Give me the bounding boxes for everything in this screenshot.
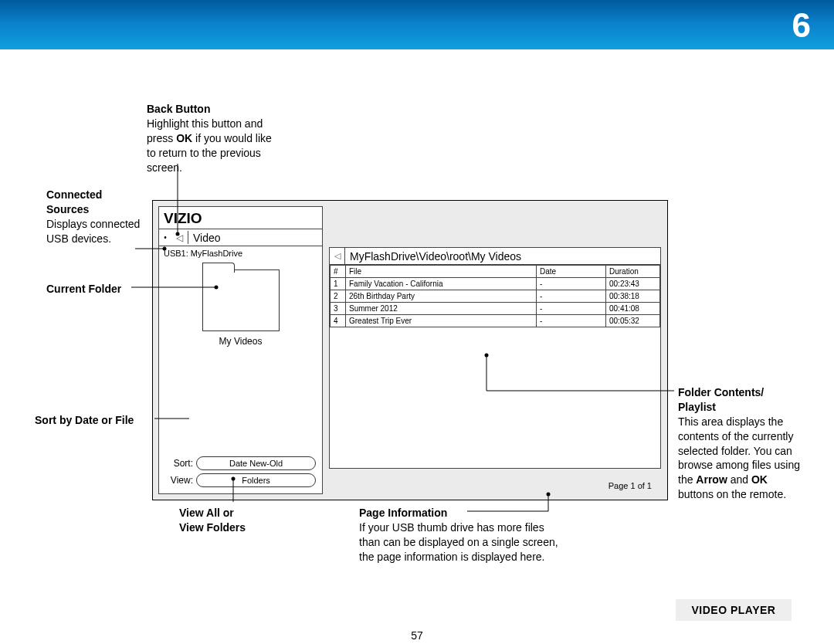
video-section-row[interactable]: ◁ Video	[159, 229, 322, 246]
sort-label: Sort:	[165, 458, 196, 469]
media-player-screenshot: VIZIO ◁ Video USB1: MyFlashDrive My Vide…	[152, 200, 668, 500]
col-file-header: File	[346, 266, 537, 278]
chapter-number: 6	[792, 6, 811, 45]
view-label: View:	[165, 475, 196, 486]
right-pane: ◁ MyFlashDrive\Video\root\My Videos # Fi…	[329, 247, 661, 469]
view-row: View: Folders	[165, 473, 316, 487]
callout-connected-sources: Connected Sources Displays connected USB…	[46, 188, 151, 246]
bullet-icon	[159, 231, 171, 244]
table-row[interactable]: 4 Greatest Trip Ever - 00:05:32	[331, 315, 660, 327]
sort-view-block: Sort: Date New-Old View: Folders	[165, 453, 316, 487]
usb-source-row[interactable]: USB1: MyFlashDrive	[159, 246, 322, 260]
page-number: 57	[0, 629, 834, 642]
view-value-pill[interactable]: Folders	[196, 473, 316, 487]
callout-page-information: Page Information If your USB thumb drive…	[359, 506, 560, 564]
page-info-label: Page 1 of 1	[609, 481, 652, 490]
left-pane: VIZIO ◁ Video USB1: MyFlashDrive My Vide…	[158, 206, 323, 494]
current-folder-label: My Videos	[159, 336, 322, 347]
sort-row: Sort: Date New-Old	[165, 456, 316, 470]
table-row[interactable]: 3 Summer 2012 - 00:41:08	[331, 303, 660, 315]
video-label: Video	[188, 232, 322, 244]
callout-sort-by: Sort by Date or File	[35, 413, 134, 428]
callout-back-button: Back Button Highlight this button and pr…	[147, 102, 278, 175]
current-folder-block: My Videos	[159, 269, 322, 347]
sort-value-pill[interactable]: Date New-Old	[196, 456, 316, 470]
breadcrumb-back-icon[interactable]: ◁	[330, 248, 345, 264]
table-row[interactable]: 1 Family Vacation - California - 00:23:4…	[331, 278, 660, 290]
folder-icon[interactable]	[202, 269, 280, 331]
breadcrumb-row: ◁ MyFlashDrive\Video\root\My Videos	[330, 248, 660, 265]
brand-logo: VIZIO	[159, 207, 322, 229]
breadcrumb-path: MyFlashDrive\Video\root\My Videos	[345, 250, 660, 263]
callout-folder-contents: Folder Contents/ Playlist This area disp…	[678, 385, 802, 502]
col-idx-header: #	[331, 266, 346, 278]
table-row[interactable]: 2 26th Birthday Party - 00:38:18	[331, 290, 660, 303]
file-table: # File Date Duration 1 Family Vacation -…	[330, 265, 660, 327]
table-header-row: # File Date Duration	[331, 266, 660, 278]
callout-view-all: View All or View Folders	[179, 506, 246, 535]
callout-current-folder: Current Folder	[46, 282, 121, 297]
caption-label: VIDEO PLAYER	[676, 599, 792, 621]
col-duration-header: Duration	[606, 266, 660, 278]
header-band	[0, 0, 834, 49]
col-date-header: Date	[537, 266, 606, 278]
back-icon[interactable]: ◁	[171, 231, 188, 244]
